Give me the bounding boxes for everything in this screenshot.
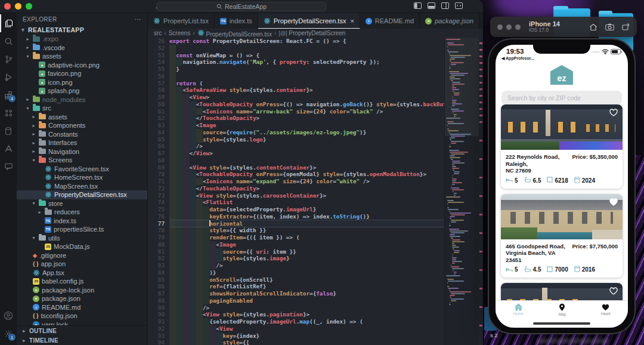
simulator-window-dot[interactable]	[506, 24, 512, 30]
tab-index-ts[interactable]: TSindex.ts	[215, 13, 258, 29]
sidebar-panel-timeline[interactable]: ▸TIMELINE	[17, 335, 147, 345]
favorite-button[interactable]	[609, 198, 618, 208]
tree-item-src[interactable]: ▾src	[17, 104, 147, 113]
tree-item-icon-png[interactable]: ▴icon.png	[17, 78, 147, 87]
minimap-line	[454, 195, 456, 196]
toggle-panel-icon[interactable]	[428, 2, 435, 9]
chat-icon[interactable]	[0, 158, 17, 175]
screenshot-icon[interactable]	[605, 23, 614, 30]
customize-layout-icon[interactable]	[455, 2, 463, 9]
toggle-sidebar-icon[interactable]	[414, 2, 422, 9]
toggle-secondary-sidebar-icon[interactable]	[441, 2, 449, 9]
back-to-app-link[interactable]: ◀ AppProfesor...	[501, 56, 534, 61]
settings-icon[interactable]: 1	[0, 325, 17, 343]
tree-item-adaptive-icon-png[interactable]: ▴adaptive-icon.png	[17, 61, 147, 70]
favorite-heart-icon[interactable]	[609, 198, 618, 206]
tab-propertylist-tsx[interactable]: PropertyList.tsx	[148, 13, 215, 29]
tab-propertydetailscreen-tsx[interactable]: PropertyDetailScreen.tsx×	[258, 13, 360, 29]
tree-item-package-json[interactable]: npackage.json	[17, 294, 147, 303]
source-control-icon[interactable]	[0, 50, 17, 68]
command-center-search[interactable]: RealEstateApp	[157, 2, 326, 11]
database-icon[interactable]	[0, 122, 17, 140]
azure-icon[interactable]	[0, 140, 17, 158]
favorite-button[interactable]	[609, 287, 618, 297]
minimap[interactable]	[444, 38, 479, 345]
simulator-window-dot[interactable]	[515, 24, 521, 30]
tree-item-index-ts[interactable]: TSindex.ts	[17, 217, 147, 226]
tree-item-utils[interactable]: ▾utils	[17, 234, 147, 243]
tree-item-app-json[interactable]: { }app.json	[17, 260, 147, 269]
line-number: 90	[148, 311, 165, 318]
rotate-icon[interactable]	[622, 23, 630, 30]
minimap-line	[453, 270, 454, 271]
code-editor[interactable]: 2652535455565758596061626364656667686970…	[148, 38, 483, 345]
account-icon[interactable]	[0, 307, 17, 325]
breadcrumb-item-propertydetailscreen-tsx[interactable]: PropertyDetailScreen.tsx	[197, 29, 272, 38]
code-line	[169, 157, 444, 164]
nav-item-home[interactable]: Home	[513, 303, 523, 316]
extensions-icon[interactable]: 4	[0, 86, 17, 104]
tree-item--gitignore[interactable]: ◆.gitignore	[17, 251, 147, 260]
tab-readme-md[interactable]: iREADME.md	[360, 13, 420, 29]
tree-item-yarn-lock[interactable]: yyarn.lock	[17, 321, 147, 326]
tree-item-store[interactable]: ▾store	[17, 199, 147, 208]
breadcrumb-item-src[interactable]: src	[154, 30, 162, 36]
sidebar-panel-outline[interactable]: ▸OUTLINE	[17, 326, 147, 335]
tree-item-assets[interactable]: ▾assets	[17, 52, 147, 61]
typescript-icon: TS	[220, 18, 227, 24]
tab-package-json[interactable]: npackage.json	[420, 13, 479, 29]
tree-item-favicon-png[interactable]: ▴favicon.png	[17, 69, 147, 78]
tree-item-tsconfig-json[interactable]: { }tsconfig.json	[17, 312, 147, 321]
tree-item--vscode[interactable]: ▸.vscode	[17, 44, 147, 53]
run-debug-icon[interactable]	[0, 68, 17, 86]
nav-item-map[interactable]: Map	[558, 303, 566, 316]
property-card[interactable]: 465 Goodspeed Road,Virginia Beach, VA 23…	[501, 194, 623, 278]
tree-item-mockdata-js[interactable]: JSMockData.js	[17, 242, 147, 251]
breadcrumb-item-propertydetailscreen[interactable]: [@] PropertyDetailScreen	[278, 30, 345, 36]
property-card[interactable]: 222 Reynolds Road, Raleigh,NC 27609Price…	[501, 104, 623, 189]
home-indicator[interactable]	[533, 322, 590, 325]
code-pane[interactable]: export const PropertyDetailScreen: React…	[169, 38, 444, 345]
property-list[interactable]: 222 Reynolds Road, Raleigh,NC 27609Price…	[496, 104, 628, 328]
tree-item-propertiesslice-ts[interactable]: TSpropertiesSlice.ts	[17, 225, 147, 234]
tree-item-assets[interactable]: ▸assets	[17, 113, 147, 122]
favorite-heart-icon[interactable]	[609, 287, 618, 295]
explorer-actions-icon[interactable]: ⋯	[135, 16, 141, 23]
favorite-heart-icon[interactable]	[609, 108, 618, 116]
tree-item-constants[interactable]: ▸Constants	[17, 130, 147, 139]
tree-item-node-modules[interactable]: ▸node_modules	[17, 96, 147, 104]
tree-item-babel-config-js[interactable]: JSbabel.config.js	[17, 277, 147, 286]
testing-icon[interactable]	[0, 104, 17, 122]
tree-item--expo[interactable]: ▸.expo	[17, 35, 147, 44]
tree-item-splash-png[interactable]: ▴splash.png	[17, 87, 147, 96]
tree-item-favoritescreen-tsx[interactable]: FavoriteScreen.tsx	[17, 165, 147, 174]
workspace-root-row[interactable]: ▾ REALESTATEAPP	[17, 25, 147, 35]
tree-item-reducers[interactable]: ▸reducers	[17, 208, 147, 217]
simulator-window-dot[interactable]	[497, 24, 503, 30]
breadcrumb-item-screens[interactable]: Screens	[169, 30, 191, 36]
close-icon[interactable]: ×	[350, 17, 354, 24]
code-line: <SafeAreaView style={styles.container}>	[169, 87, 444, 94]
code-line	[169, 45, 444, 52]
close-window-button[interactable]	[4, 3, 11, 10]
tree-item-app-tsx[interactable]: App.tsx	[17, 269, 147, 278]
tree-item-components[interactable]: ▸Components	[17, 121, 147, 130]
tree-item-screens[interactable]: ▾Screens	[17, 156, 147, 165]
tree-item-propertydetailscreen-tsx[interactable]: PropertyDetailScreen.tsx	[17, 190, 147, 199]
tree-item-navigation[interactable]: ▸Navigation	[17, 147, 147, 156]
explorer-icon[interactable]	[0, 14, 17, 32]
favorite-button[interactable]	[609, 108, 618, 119]
tree-item-package-lock-json[interactable]: npackage-lock.json	[17, 286, 147, 295]
tree-item-homescreen-tsx[interactable]: HomeScreen.tsx	[17, 173, 147, 182]
zoom-window-button[interactable]	[26, 3, 32, 10]
search-icon[interactable]	[0, 32, 17, 50]
minimize-window-button[interactable]	[15, 3, 21, 10]
line-number: 83	[148, 262, 165, 269]
tree-item-interfaces[interactable]: ▸Interfaces	[17, 138, 147, 147]
tree-item-readme-md[interactable]: iREADME.md	[17, 303, 147, 312]
tree-item-mapscreen-tsx[interactable]: MapScreen.tsx	[17, 182, 147, 191]
line-number: 85	[148, 276, 165, 284]
nav-item-heart[interactable]: Heart	[601, 303, 611, 316]
home-icon[interactable]	[589, 23, 597, 31]
search-input[interactable]: Search by city or ZIP code	[501, 91, 622, 105]
